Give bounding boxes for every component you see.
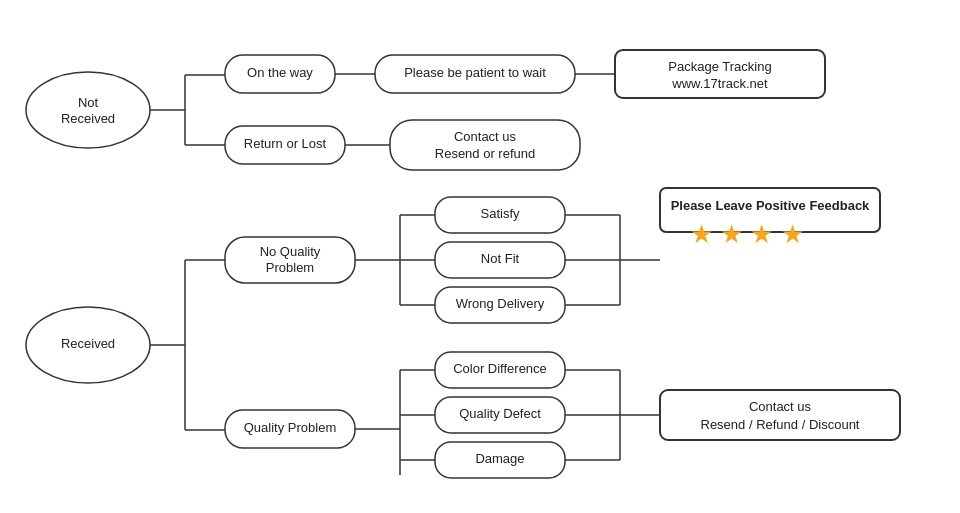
positive-feedback-label: Please Leave Positive Feedback: [671, 198, 870, 213]
quality-defect-label: Quality Defect: [459, 406, 541, 421]
color-difference-label: Color Difference: [453, 361, 547, 376]
not-fit-label: Not Fit: [481, 251, 520, 266]
received-label: Received: [61, 336, 115, 351]
package-tracking-label1: Package Tracking: [668, 59, 771, 74]
contact-us-refund-node: [660, 390, 900, 440]
satisfy-label: Satisfy: [480, 206, 520, 221]
package-tracking-label2: www.17track.net: [671, 76, 768, 91]
not-received-label: Not: [78, 95, 99, 110]
no-quality-problem-label2: Problem: [266, 260, 314, 275]
contact-us-refund-label2: Resend / Refund / Discount: [701, 417, 860, 432]
on-the-way-label: On the way: [247, 65, 313, 80]
contact-us-resend-label2: Resend or refund: [435, 146, 535, 161]
star-rating: ★ ★ ★ ★: [690, 219, 804, 249]
damage-label: Damage: [475, 451, 524, 466]
contact-us-resend-node: [390, 120, 580, 170]
no-quality-problem-label1: No Quality: [260, 244, 321, 259]
contact-us-refund-label1: Contact us: [749, 399, 812, 414]
not-received-label2: Received: [61, 111, 115, 126]
return-or-lost-label: Return or Lost: [244, 136, 327, 151]
please-be-patient-label: Please be patient to wait: [404, 65, 546, 80]
contact-us-resend-label1: Contact us: [454, 129, 517, 144]
wrong-delivery-label: Wrong Delivery: [456, 296, 545, 311]
flowchart-diagram: Not Received On the way Please be patien…: [0, 0, 960, 513]
quality-problem-label: Quality Problem: [244, 420, 336, 435]
